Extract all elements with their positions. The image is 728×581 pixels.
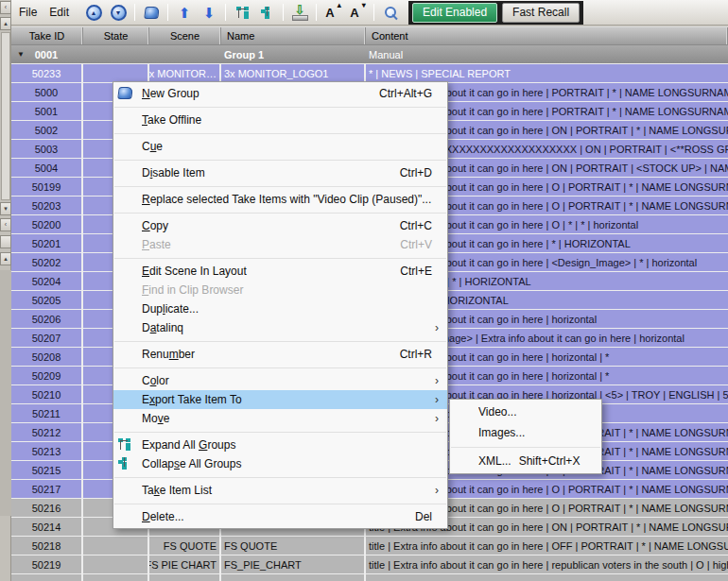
menu-item-disable-item[interactable]: Disable ItemCtrl+D <box>113 163 447 182</box>
decrease-font-button[interactable]: A <box>346 2 369 23</box>
file-menu[interactable]: File <box>19 6 37 19</box>
menu-item-export-take-item-to[interactable]: Export Take Item To› <box>113 390 447 409</box>
submenu-arrow-icon: › <box>435 481 439 500</box>
cell-take-id: 50233 <box>11 64 81 82</box>
menu-item-replace-selected-take-items-with-video-clip-paused[interactable]: Replace selected Take Items with "Video … <box>113 190 447 209</box>
menu-item-take-item-list[interactable]: Take Item List› <box>113 481 447 500</box>
cell-name: FS_PIE_CHART <box>221 555 364 573</box>
increase-font-button[interactable]: A <box>321 2 344 23</box>
strip-expand-up-icon[interactable]: ▴ <box>0 252 11 265</box>
menu-item-delete[interactable]: Delete...Del <box>113 507 447 526</box>
menu-item-move[interactable]: Move› <box>113 409 447 428</box>
menu-item-label: Datalinq <box>142 318 432 337</box>
cell-take-id: 50199 <box>11 178 81 196</box>
menu-item-shortcut: Ctrl+D <box>400 163 432 182</box>
move-up-button[interactable]: ⬆ <box>173 2 196 23</box>
cell-take-id: 50201 <box>11 234 81 252</box>
take-next-button[interactable]: ▼ <box>107 2 130 23</box>
edit-menu[interactable]: Edit <box>49 6 69 19</box>
cell-scene: FS PIE CHART <box>149 555 219 573</box>
menu-item-label: Paste <box>142 235 383 254</box>
cell-take-id: 50211 <box>11 404 81 422</box>
menu-item-label: Cue <box>142 137 432 156</box>
new-group-button[interactable] <box>140 2 163 23</box>
menu-item-shortcut: Ctrl+R <box>400 345 432 364</box>
cell-take-id: 50203 <box>11 197 81 214</box>
column-header-take-id[interactable]: Take ID <box>11 27 83 44</box>
fast-recall-button[interactable]: Fast Recall <box>502 3 580 23</box>
menu-item-label: Take Offline <box>142 111 432 129</box>
table-row[interactable] <box>11 574 728 581</box>
cell-take-id: 50213 <box>11 442 81 460</box>
cell-state <box>83 574 147 581</box>
strip-collapse-icon[interactable]: ‹ <box>0 218 11 231</box>
menu-item-images[interactable]: Images... <box>450 422 601 443</box>
cell-content: title | Extra info about it can go in he… <box>366 555 728 573</box>
group-expander-icon[interactable]: ▼ <box>17 50 25 59</box>
menu-item-take-offline[interactable]: Take Offline <box>113 111 447 129</box>
menu-item-color[interactable]: Color› <box>113 371 447 390</box>
menu-item-cue[interactable]: Cue <box>113 137 447 156</box>
menu-item-renumber[interactable]: RenumberCtrl+R <box>113 345 447 364</box>
cell-take-id: 50202 <box>11 253 81 271</box>
strip-collapse-left-icon[interactable]: ‹ <box>0 1 11 14</box>
menu-item-xml[interactable]: XML...Shift+Ctrl+X <box>450 451 601 471</box>
group-content: Manual <box>366 45 728 63</box>
cell-content: * | NEWS | SPECIAL REPORT <box>366 64 728 82</box>
search-button[interactable] <box>379 2 402 23</box>
cell-take-id: 50218 <box>11 537 81 555</box>
move-down-button[interactable]: ⬇ <box>198 2 220 23</box>
menu-item-paste[interactable]: PasteCtrl+V <box>113 235 447 254</box>
menu-item-shortcut: Shift+Ctrl+X <box>519 451 581 471</box>
menu-separator <box>114 432 446 433</box>
menu-item-label: Video... <box>478 402 516 422</box>
cell-name <box>221 574 364 581</box>
menu-item-expand-all-groups[interactable]: Expand All Groups <box>113 436 447 454</box>
cell-take-id: 50214 <box>11 518 81 536</box>
take-previous-button[interactable]: ▲ <box>82 2 105 23</box>
menu-item-duplicate[interactable]: Duplicate... <box>113 299 447 318</box>
strip-splitter-icon[interactable] <box>0 235 11 248</box>
cell-content: title | Extra info about it can go in he… <box>366 537 728 555</box>
menu-separator <box>114 367 446 368</box>
menu-item-datalinq[interactable]: Datalinq› <box>113 318 447 337</box>
cell-content <box>366 574 728 581</box>
menu-separator <box>451 447 600 448</box>
left-scrollbar-strip: ‹ ▴ ▾ ‹ ▴ <box>0 0 11 581</box>
strip-scroll-down-icon[interactable]: ▾ <box>0 202 11 215</box>
column-header-name[interactable]: Name <box>221 27 366 44</box>
edit-enabled-button[interactable]: Edit Enabled <box>412 3 497 23</box>
menu-item-label: XML... <box>478 451 511 471</box>
cell-take-id: 50207 <box>11 329 81 347</box>
cell-state <box>83 555 147 573</box>
strip-scroll-track[interactable] <box>1 32 10 200</box>
collapse-all-groups-button[interactable] <box>255 2 278 23</box>
table-row-50233[interactable]: 502333x MONITOR…3x MONITOR_LOGO1* | NEWS… <box>11 64 728 82</box>
expand-all-groups-button[interactable] <box>231 2 253 23</box>
table-row-50219[interactable]: 50219FS PIE CHARTFS_PIE_CHARTtitle | Ext… <box>11 555 728 573</box>
group-id: ▼0001 <box>11 45 81 63</box>
strip-scroll-up-icon[interactable]: ▴ <box>0 17 11 30</box>
menu-item-new-group[interactable]: New GroupCtrl+Alt+G <box>113 84 447 103</box>
import-button[interactable]: ⇩ <box>288 2 311 23</box>
column-header-state[interactable]: State <box>83 27 149 44</box>
menu-item-find-in-clip-browser[interactable]: Find in Clip Browser <box>113 281 447 299</box>
column-header-scene[interactable]: Scene <box>149 27 221 44</box>
menu-item-video[interactable]: Video... <box>450 402 601 422</box>
cell-scene: FS QUOTE <box>149 537 219 555</box>
menu-item-shortcut: Del <box>415 507 432 526</box>
export-submenu: Video...Images...XML...Shift+Ctrl+X <box>449 399 602 474</box>
menu-item-edit-scene-in-layout[interactable]: Edit Scene In LayoutCtrl+E <box>113 262 447 281</box>
menu-item-label: Collapse All Groups <box>142 454 432 473</box>
tree-expand-icon <box>236 7 249 19</box>
menu-item-collapse-all-groups[interactable]: Collapse All Groups <box>113 454 447 473</box>
font-decrease-icon: A <box>350 6 364 20</box>
group-row[interactable]: ▼0001Group 1Manual <box>11 45 728 63</box>
menu-item-copy[interactable]: CopyCtrl+C <box>113 216 447 235</box>
group-name: Group 1 <box>221 45 364 63</box>
new-group-icon <box>144 7 160 19</box>
recall-mode-panel: Edit Enabled Fast Recall <box>408 1 583 25</box>
table-row-50218[interactable]: 50218FS QUOTEFS QUOTEtitle | Extra info … <box>11 537 728 555</box>
cell-take-id: 50216 <box>11 499 81 517</box>
column-header-content[interactable]: Content <box>366 27 728 44</box>
